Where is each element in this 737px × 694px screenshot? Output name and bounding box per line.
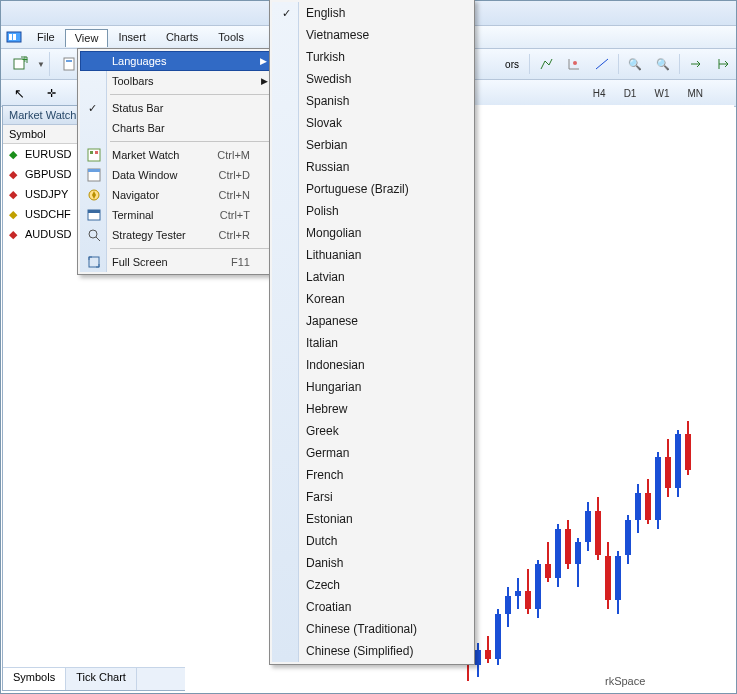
language-label: Farsi [306, 490, 333, 504]
menu-item-shortcut: Ctrl+D [219, 169, 250, 181]
svg-rect-8 [88, 149, 100, 161]
language-option-farsi[interactable]: Farsi [272, 486, 472, 508]
menu-insert[interactable]: Insert [108, 28, 156, 46]
chevron-right-icon: ▶ [261, 76, 268, 86]
menu-item-label: Terminal [112, 209, 154, 221]
arrow-up-icon: ◆ [9, 148, 21, 160]
menu-charts[interactable]: Charts [156, 28, 208, 46]
indicator-button-2[interactable] [562, 52, 586, 76]
language-option-czech[interactable]: Czech [272, 574, 472, 596]
language-option-mongolian[interactable]: Mongolian [272, 222, 472, 244]
shift-chart-button[interactable] [684, 52, 708, 76]
symbol-label: USDCHF [25, 208, 71, 220]
language-option-croatian[interactable]: Croatian [272, 596, 472, 618]
language-label: German [306, 446, 349, 460]
strategy-tester-icon [86, 227, 102, 243]
language-label: Portuguese (Brazil) [306, 182, 409, 196]
language-option-italian[interactable]: Italian [272, 332, 472, 354]
chevron-down-icon[interactable]: ▼ [37, 60, 45, 69]
timeframe-mn[interactable]: MN [682, 85, 708, 102]
menu-item-charts-bar[interactable]: Charts Bar [80, 118, 274, 138]
arrow-down-icon: ◆ [9, 188, 21, 200]
menu-item-status-bar[interactable]: ✓Status Bar [80, 98, 274, 118]
language-label: Korean [306, 292, 345, 306]
language-option-slovak[interactable]: Slovak [272, 112, 472, 134]
menu-item-languages[interactable]: Languages▶ [80, 51, 274, 71]
language-option-danish[interactable]: Danish [272, 552, 472, 574]
language-label: Croatian [306, 600, 351, 614]
language-option-hebrew[interactable]: Hebrew [272, 398, 472, 420]
new-chart-button[interactable]: + [9, 52, 33, 76]
language-option-indonesian[interactable]: Indonesian [272, 354, 472, 376]
menu-tools[interactable]: Tools [208, 28, 254, 46]
language-option-english[interactable]: ✓English [272, 2, 472, 24]
language-option-portuguese-brazil-[interactable]: Portuguese (Brazil) [272, 178, 472, 200]
market-watch-tabs: Symbols Tick Chart [3, 667, 185, 690]
language-option-russian[interactable]: Russian [272, 156, 472, 178]
language-option-japanese[interactable]: Japanese [272, 310, 472, 332]
crosshair-icon: ✛ [47, 87, 56, 100]
zoom-out-icon: 🔍 [656, 58, 670, 71]
language-option-polish[interactable]: Polish [272, 200, 472, 222]
timeframe-d1[interactable]: D1 [619, 85, 642, 102]
language-option-hungarian[interactable]: Hungarian [272, 376, 472, 398]
menu-item-shortcut: Ctrl+R [219, 229, 250, 241]
candlestick-chart [465, 425, 724, 681]
zoom-out-button[interactable]: 🔍 [651, 52, 675, 76]
symbol-label: AUDUSD [25, 228, 71, 240]
menu-item-label: Data Window [112, 169, 177, 181]
market-watch-icon [86, 147, 102, 163]
language-label: Czech [306, 578, 340, 592]
menu-file[interactable]: File [27, 28, 65, 46]
indicator-button-1[interactable] [534, 52, 558, 76]
language-label: Russian [306, 160, 349, 174]
menu-item-data-window[interactable]: Data WindowCtrl+D [80, 165, 274, 185]
language-label: Dutch [306, 534, 337, 548]
zoom-in-button[interactable]: 🔍 [623, 52, 647, 76]
language-option-korean[interactable]: Korean [272, 288, 472, 310]
menu-item-toolbars[interactable]: Toolbars▶ [80, 71, 274, 91]
language-option-greek[interactable]: Greek [272, 420, 472, 442]
language-option-chinese-simplified-[interactable]: Chinese (Simplified) [272, 640, 472, 662]
tab-symbols[interactable]: Symbols [3, 668, 66, 690]
language-option-estonian[interactable]: Estonian [272, 508, 472, 530]
menu-item-strategy-tester[interactable]: Strategy TesterCtrl+R [80, 225, 274, 245]
menu-item-terminal[interactable]: TerminalCtrl+T [80, 205, 274, 225]
language-label: Chinese (Traditional) [306, 622, 417, 636]
language-option-serbian[interactable]: Serbian [272, 134, 472, 156]
svg-point-16 [89, 230, 97, 238]
crosshair-button[interactable]: ✛ [39, 81, 63, 105]
language-option-chinese-traditional-[interactable]: Chinese (Traditional) [272, 618, 472, 640]
language-label: Hebrew [306, 402, 347, 416]
language-option-german[interactable]: German [272, 442, 472, 464]
indicator-button-3[interactable] [590, 52, 614, 76]
svg-rect-6 [66, 60, 72, 62]
menu-separator [110, 248, 272, 249]
language-option-spanish[interactable]: Spanish [272, 90, 472, 112]
timeframe-h4[interactable]: H4 [588, 85, 611, 102]
language-option-french[interactable]: French [272, 464, 472, 486]
language-option-latvian[interactable]: Latvian [272, 266, 472, 288]
language-option-dutch[interactable]: Dutch [272, 530, 472, 552]
language-option-swedish[interactable]: Swedish [272, 68, 472, 90]
menu-item-market-watch[interactable]: Market WatchCtrl+M [80, 145, 274, 165]
arrow-down-icon: ◆ [9, 228, 21, 240]
cursors-fragment: ors [499, 59, 525, 70]
language-label: Vietnamese [306, 28, 369, 42]
tab-tick-chart[interactable]: Tick Chart [66, 668, 137, 690]
auto-scroll-button[interactable] [712, 52, 736, 76]
svg-rect-2 [13, 34, 16, 40]
menu-item-navigator[interactable]: NavigatorCtrl+N [80, 185, 274, 205]
language-option-vietnamese[interactable]: Vietnamese [272, 24, 472, 46]
data-window-icon [86, 167, 102, 183]
timeframe-w1[interactable]: W1 [649, 85, 674, 102]
menu-view[interactable]: View [65, 29, 109, 47]
cursor-button[interactable]: ↖ [7, 81, 31, 105]
menu-item-full-screen[interactable]: Full ScreenF11 [80, 252, 274, 272]
language-option-turkish[interactable]: Turkish [272, 46, 472, 68]
navigator-icon [86, 187, 102, 203]
diamond-icon: ◆ [9, 208, 21, 220]
language-option-lithuanian[interactable]: Lithuanian [272, 244, 472, 266]
app-window: File View Insert Charts Tools + ▼ ors 🔍 … [0, 0, 737, 694]
menu-item-label: Strategy Tester [112, 229, 186, 241]
